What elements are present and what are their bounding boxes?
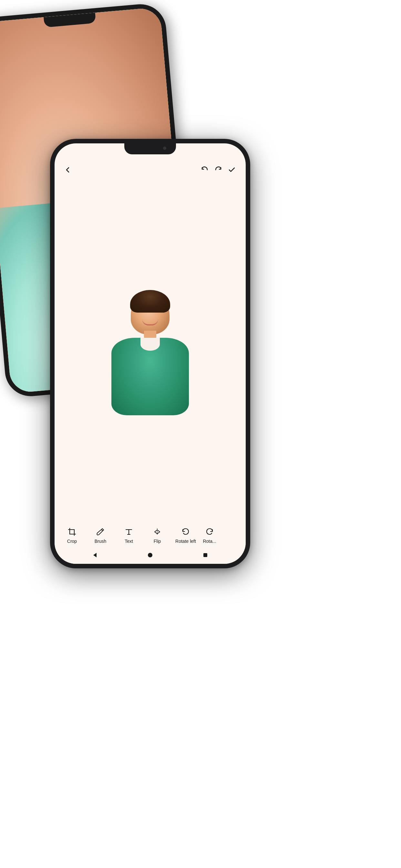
smile	[142, 319, 158, 326]
back-button[interactable]	[64, 166, 71, 174]
shirt-collar	[141, 338, 160, 351]
phone-front-screen: Crop Brush	[55, 144, 246, 564]
svg-marker-0	[93, 553, 96, 557]
front-camera	[163, 147, 166, 150]
hair	[130, 290, 170, 313]
crop-icon	[67, 526, 76, 537]
rotate-left-icon	[181, 526, 190, 537]
svg-rect-2	[204, 553, 207, 557]
tools-row: Crop Brush	[55, 526, 246, 544]
phone-front: Crop Brush	[50, 139, 250, 568]
power-button-back	[169, 66, 174, 92]
tool-rotate-left[interactable]: Rotate left	[172, 526, 200, 544]
tool-flip[interactable]: Flip	[143, 526, 172, 544]
undo-button[interactable]	[201, 166, 209, 174]
brush-label: Brush	[95, 538, 106, 544]
brush-icon	[96, 526, 105, 537]
person-figure	[108, 292, 192, 415]
bottom-toolbar: Crop Brush	[55, 521, 246, 547]
phone-front-notch	[124, 144, 176, 154]
android-nav-bar	[55, 547, 246, 564]
flip-icon	[153, 526, 162, 537]
tool-brush[interactable]: Brush	[86, 526, 115, 544]
tool-crop[interactable]: Crop	[58, 526, 86, 544]
text-icon	[124, 526, 133, 537]
rotate-left-label: Rotate left	[175, 538, 196, 544]
crop-label: Crop	[67, 538, 77, 544]
toolbar-right	[201, 166, 236, 174]
rotate-right-label: Rota...	[203, 538, 216, 544]
flip-label: Flip	[154, 538, 161, 544]
confirm-button[interactable]	[227, 166, 236, 174]
body-shirt	[112, 338, 189, 415]
nav-back-button[interactable]	[90, 551, 99, 560]
editor-toolbar	[55, 159, 246, 180]
svg-point-1	[148, 553, 152, 557]
redo-button[interactable]	[214, 166, 222, 174]
tool-text[interactable]: Text	[115, 526, 143, 544]
scene: Crop Brush	[0, 0, 401, 868]
nav-home-button[interactable]	[146, 551, 155, 560]
nav-recent-button[interactable]	[201, 551, 210, 560]
canvas-area	[55, 180, 246, 521]
tool-rotate-right[interactable]: Rota...	[200, 526, 219, 544]
rotate-right-icon	[205, 526, 214, 537]
text-label: Text	[125, 538, 133, 544]
